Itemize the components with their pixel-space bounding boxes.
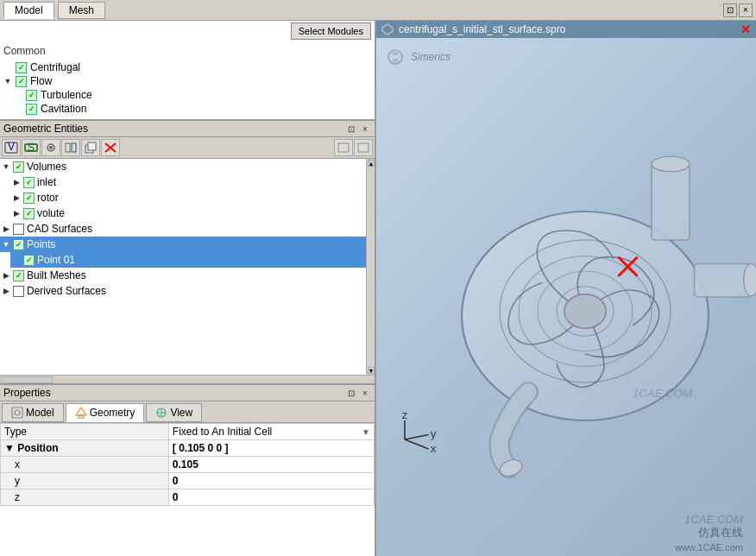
geo-tool-view2[interactable] [354, 139, 373, 156]
svg-point-5 [49, 146, 53, 149]
table-row[interactable]: x 0.105 [1, 457, 375, 473]
geo-tool-add-surface[interactable]: S [22, 139, 41, 156]
pump-3d-svg: x y z 1CAE.COM [376, 38, 756, 556]
y-prop-value[interactable]: 0 [168, 473, 374, 490]
tab-model[interactable]: Model [2, 403, 64, 422]
close-panel-button[interactable]: × [739, 3, 753, 17]
table-row[interactable]: y 0 [1, 473, 375, 490]
derived-surfaces-label: Derived Surfaces [27, 285, 106, 297]
geo-tree-point01[interactable]: Point 01 [10, 252, 366, 268]
svg-rect-12 [338, 143, 349, 152]
viewport-nav-icon [381, 23, 394, 35]
y-prop-name: y [1, 473, 169, 490]
type-dropdown-arrow[interactable]: ▼ [362, 427, 370, 437]
model-tab[interactable]: Model [3, 2, 54, 19]
turbulence-label: Turbulence [41, 89, 92, 101]
geo-tree-built-meshes[interactable]: ▶ Built Meshes [0, 268, 366, 283]
checkbox-volumes[interactable] [13, 161, 24, 173]
centrifugal-label: Centrifugal [30, 61, 80, 73]
points-label: Points [27, 238, 55, 250]
geo-tree-points[interactable]: ▼ Points [0, 237, 366, 252]
z-prop-name: z [1, 490, 169, 506]
checkbox-derived[interactable] [13, 286, 24, 297]
watermark-url: www.1CAE.com [675, 542, 743, 553]
checkbox-centrifugal[interactable] [16, 62, 27, 73]
geo-tree-derived-surfaces[interactable]: ▶ Derived Surfaces [0, 283, 366, 299]
viewport-3d-content[interactable]: Simerics [376, 38, 756, 556]
svg-rect-13 [358, 143, 369, 152]
built-meshes-label: Built Meshes [27, 269, 86, 281]
expand-point01-icon [12, 256, 21, 264]
properties-title: Properties [3, 387, 51, 399]
expand-cad-icon: ▶ [2, 224, 10, 233]
svg-point-33 [652, 156, 690, 172]
tree-item-cavitation[interactable]: Cavitation [14, 102, 371, 116]
geo-pin-button[interactable]: ⊡ [345, 123, 357, 135]
checkbox-rotor[interactable] [23, 193, 35, 204]
checkbox-turbulence[interactable] [26, 90, 37, 101]
model-tab-icon [11, 407, 23, 419]
geo-tool-add-2[interactable] [61, 139, 80, 156]
tab-geometry[interactable]: Geometry [66, 403, 145, 422]
props-pin-button[interactable]: ⊡ [345, 387, 357, 399]
expand-rotor-icon: ▶ [12, 193, 21, 202]
geo-close-button[interactable]: × [359, 123, 371, 135]
type-prop-name: Type [1, 424, 169, 440]
props-close-button[interactable]: × [359, 387, 371, 399]
geo-tool-add-volume[interactable]: V [2, 139, 21, 156]
checkbox-cad[interactable] [13, 224, 24, 235]
geo-tree-rotor[interactable]: ▶ rotor [10, 190, 366, 205]
svg-text:S: S [28, 142, 35, 154]
table-row[interactable]: z 0 [1, 490, 375, 506]
geo-entities-header: Geometric Entities ⊡ × [0, 121, 375, 137]
select-modules-button[interactable]: Select Modules [291, 22, 371, 40]
expand-volumes-icon: ▼ [2, 162, 10, 171]
geo-tree-volute[interactable]: ▶ volute [10, 205, 366, 221]
svg-rect-7 [72, 143, 76, 152]
table-row[interactable]: Type Fixed to An Initial Cell ▼ [1, 424, 375, 440]
checkbox-point01[interactable] [23, 255, 35, 266]
geo-tree-volumes[interactable]: ▼ Volumes [0, 159, 366, 174]
type-prop-value[interactable]: Fixed to An Initial Cell ▼ [168, 424, 374, 440]
expand-built-meshes-icon: ▶ [2, 271, 10, 280]
rotor-label: rotor [37, 192, 59, 204]
flow-label: Flow [30, 75, 52, 87]
tree-item-centrifugal[interactable]: Centrifugal [3, 60, 371, 74]
inlet-label: inlet [37, 176, 56, 188]
svg-rect-14 [12, 408, 22, 418]
viewport-titlebar: centrifugal_s_initial_stl_surface.spro ✕ [376, 21, 756, 38]
tab-view[interactable]: View [146, 403, 202, 422]
type-value-text: Fixed to An Initial Cell [173, 426, 272, 438]
svg-marker-21 [382, 24, 393, 35]
mesh-tab[interactable]: Mesh [58, 2, 105, 19]
table-row[interactable]: ▼ Position [ 0.105 0 0 ] [1, 440, 375, 457]
x-prop-value[interactable]: 0.105 [168, 457, 374, 473]
geo-tool-add-point[interactable] [41, 139, 60, 156]
geo-tree-inlet[interactable]: ▶ inlet [10, 174, 366, 190]
cad-surfaces-label: CAD Surfaces [27, 223, 92, 235]
geo-tool-copy[interactable] [81, 139, 100, 156]
expand-flow-icon: ▼ [3, 77, 12, 85]
expand-inlet-icon: ▶ [12, 178, 21, 186]
checkbox-volute[interactable] [23, 208, 35, 219]
z-prop-value[interactable]: 0 [168, 490, 374, 506]
geo-tree-cad-surfaces[interactable]: ▶ CAD Surfaces [0, 221, 366, 237]
checkbox-inlet[interactable] [23, 177, 35, 188]
checkbox-points[interactable] [13, 239, 24, 250]
common-section-label: Common [3, 43, 371, 59]
expand-cavitation-icon [14, 104, 22, 113]
geo-tool-view1[interactable] [334, 139, 353, 156]
volumes-label: Volumes [27, 161, 66, 173]
tree-item-turbulence[interactable]: Turbulence [14, 88, 371, 102]
geo-tool-delete[interactable] [101, 139, 120, 156]
checkbox-built-meshes[interactable] [13, 270, 24, 281]
svg-point-15 [15, 410, 20, 415]
svg-rect-6 [66, 143, 70, 152]
checkbox-flow[interactable] [16, 76, 27, 87]
float-button[interactable]: ⊡ [723, 3, 737, 17]
viewport-close-button[interactable]: ✕ [740, 22, 751, 36]
svg-line-38 [405, 435, 429, 440]
tree-item-flow[interactable]: ▼ Flow [3, 74, 371, 88]
checkbox-cavitation[interactable] [26, 104, 37, 115]
expand-derived-icon: ▶ [2, 287, 10, 295]
